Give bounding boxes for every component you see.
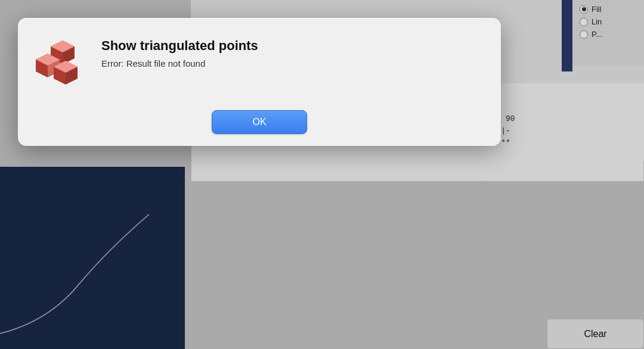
modal-footer: OK xyxy=(36,101,483,134)
modal-header: Show triangulated points Error: Result f… xyxy=(36,36,483,101)
error-icon xyxy=(36,36,89,89)
modal-content: Show triangulated points Error: Result f… xyxy=(101,36,483,68)
modal-overlay: Show triangulated points Error: Result f… xyxy=(0,0,644,349)
ok-button[interactable]: OK xyxy=(212,110,307,134)
modal-message: Error: Result file not found xyxy=(101,58,483,68)
modal-title: Show triangulated points xyxy=(101,38,483,54)
modal-dialog: Show triangulated points Error: Result f… xyxy=(18,18,501,146)
